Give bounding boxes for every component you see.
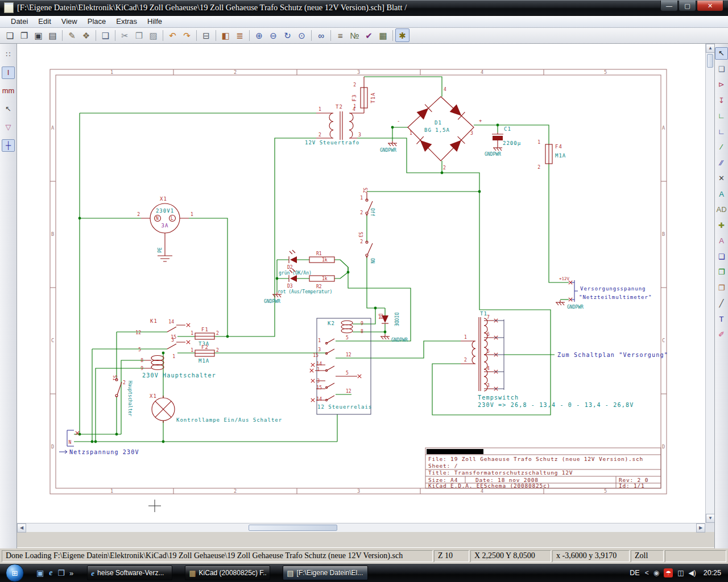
component-f4[interactable]: 1 2 F4 M1A xyxy=(537,140,566,170)
scroll-up-arrow[interactable]: ▲ xyxy=(706,44,715,53)
component-r2[interactable]: 1k R2 xyxy=(309,276,334,289)
hierarchy-navigator-icon[interactable]: ❑ xyxy=(98,28,113,42)
scroll-right-arrow[interactable]: ▶ xyxy=(696,523,705,533)
add-bus-to-bus-entry-icon[interactable]: ∕∕ xyxy=(715,156,728,169)
cursor-icon[interactable]: ↖ xyxy=(715,47,728,60)
scroll-down-arrow[interactable]: ▼ xyxy=(706,514,715,523)
component-x1-connector[interactable]: N L 230V1 3A X1 2 1 PE xyxy=(137,196,193,261)
copy-icon[interactable]: ❒ xyxy=(132,28,146,42)
component-d4[interactable]: D4 DIODE GNDPWR xyxy=(378,313,408,343)
run-pcbnew-icon[interactable]: ≣ xyxy=(233,28,247,42)
schematic-drawing[interactable]: 1 2 3 4 5 1 2 3 4 5 A B C D A B C xyxy=(17,44,705,523)
taskbar-window-eeschema[interactable]: ▤[F:\Eigene Datein\El... xyxy=(283,566,368,580)
tray-app-icon[interactable]: ◉ xyxy=(653,569,659,576)
vertical-scroll-thumb[interactable] xyxy=(707,54,713,68)
volume-icon[interactable]: ◀) xyxy=(688,569,696,576)
add-text-icon[interactable]: T xyxy=(715,313,728,325)
component-lamp[interactable]: X1 Kontrollampe Ein/Aus Schalter xyxy=(150,393,282,423)
new-schematic-icon[interactable]: ❏ xyxy=(3,28,17,42)
component-d1-bridge[interactable]: 4 1 3 2 - + D1 BG 1,5A xyxy=(397,87,482,171)
start-button[interactable]: ⊞ xyxy=(6,564,24,582)
vertical-scrollbar[interactable]: ▲ ▼ xyxy=(705,44,714,523)
open-schematic-icon[interactable]: ❐ xyxy=(17,28,31,42)
component-f3[interactable]: 2 1 F3 T1A xyxy=(351,77,376,113)
power-gndpwr-bridge[interactable]: GNDPWR xyxy=(380,141,397,153)
menu-place[interactable]: Place xyxy=(82,16,111,26)
avira-antivir-icon[interactable]: ☂ xyxy=(664,568,673,577)
add-junction-icon[interactable]: ✚ xyxy=(715,219,728,231)
component-t1[interactable]: T1 1 2 7 6 5 4 3 Tempswitch 230V => 26,8… xyxy=(461,311,634,408)
bill-of-materials-icon[interactable]: ▦ xyxy=(376,28,390,42)
language-indicator[interactable]: DE xyxy=(630,569,639,577)
save-project-icon[interactable]: ▣ xyxy=(31,28,46,42)
maximize-button[interactable]: ▢ xyxy=(679,1,696,11)
window-switcher-icon[interactable]: ❐ xyxy=(57,569,65,577)
component-f2[interactable]: F2 M1A 1 2 xyxy=(191,344,219,364)
title-bar[interactable]: [F:\Eigene Datein\Elektronik\KiCad\19 Zo… xyxy=(0,0,728,16)
add-bus-icon[interactable]: ∟ xyxy=(715,125,728,138)
schematic-canvas[interactable]: 1 2 3 4 5 1 2 3 4 5 A B C D A B C xyxy=(17,44,705,523)
units-mm-icon[interactable]: mm xyxy=(2,85,15,97)
launch-internet-explorer-icon[interactable]: e xyxy=(49,569,52,577)
page-settings-icon[interactable]: ▤ xyxy=(46,28,60,42)
undo-icon[interactable]: ↶ xyxy=(166,28,180,42)
horizontal-scrollbar[interactable]: ◀ ▶ xyxy=(17,523,705,532)
add-component-icon[interactable]: ⊳ xyxy=(715,78,728,91)
add-wire-icon[interactable]: ∟ xyxy=(715,110,728,122)
add-graphic-line-icon[interactable]: ╱ xyxy=(715,297,728,310)
horizontal-scroll-thumb[interactable] xyxy=(249,525,337,531)
run-cvpcb-icon[interactable]: ◧ xyxy=(218,28,233,42)
add-global-label-icon[interactable]: AD xyxy=(715,203,728,216)
component-k1[interactable]: K1 12 14 15 5 3 1 8 9 xyxy=(135,318,190,371)
grid-visibility-icon[interactable]: ∷ xyxy=(2,48,15,61)
component-c1[interactable]: C1 2200µ GNDPWR xyxy=(485,126,521,157)
units-inch-icon[interactable]: I xyxy=(2,66,15,79)
show-hidden-pins-icon[interactable]: ▽ xyxy=(2,121,15,134)
cursor-shape-icon[interactable]: ↖ xyxy=(2,103,15,115)
print-icon[interactable]: ⊟ xyxy=(199,28,213,42)
taskbar-window-kicad-manager[interactable]: ▦KiCad (20080825c) F... xyxy=(185,566,270,580)
hierarchy-select-icon[interactable]: ❑ xyxy=(715,63,728,75)
annotate-icon[interactable]: № xyxy=(348,28,362,42)
zoom-redraw-icon[interactable]: ↻ xyxy=(280,28,295,42)
import-sheet-pin-icon[interactable]: ❐ xyxy=(715,266,728,278)
add-wire-to-bus-entry-icon[interactable]: ∕ xyxy=(715,141,728,153)
scroll-left-arrow[interactable]: ◀ xyxy=(17,523,26,533)
menu-view[interactable]: View xyxy=(56,16,82,26)
tray-expand-chevron[interactable]: < xyxy=(645,569,649,576)
component-d2[interactable]: D2 grün (OK/An) xyxy=(279,250,312,276)
quick-launch-overflow-chevron[interactable]: » xyxy=(69,569,73,577)
backannotate-icon[interactable]: ✱ xyxy=(395,28,410,42)
add-sheet-pin-icon[interactable]: ❐ xyxy=(715,281,728,294)
menu-hilfe[interactable]: Hilfe xyxy=(142,16,167,26)
delete-item-icon[interactable]: ✐ xyxy=(715,329,728,341)
close-button[interactable]: ✕ xyxy=(697,1,723,11)
component-t2[interactable]: 1 2 4 3 T2 12V Steuertrafo xyxy=(305,104,364,146)
taskbar-window-heise[interactable]: eheise Software-Verz... xyxy=(87,566,172,580)
no-connect-flag-icon[interactable]: ✕ xyxy=(715,172,728,185)
library-browser-icon[interactable]: ❖ xyxy=(79,28,93,42)
menu-datei[interactable]: Datei xyxy=(6,16,33,26)
find-icon[interactable]: ∞ xyxy=(314,28,328,42)
component-s3[interactable]: S3 2 ON xyxy=(358,232,375,264)
add-hierarchical-label-icon[interactable]: A xyxy=(715,235,728,247)
zoom-fit-icon[interactable]: ⊙ xyxy=(295,28,309,42)
library-editor-icon[interactable]: ✎ xyxy=(65,28,79,42)
label-versorgungsspannung[interactable]: +12V Versorgungsspanung "Netzteilmultime… xyxy=(556,276,652,310)
cut-icon[interactable]: ✂ xyxy=(118,28,132,42)
menu-extras[interactable]: Extras xyxy=(111,16,142,26)
component-k2[interactable]: K2 9 8 1 5 3 15 12 14 1 5 3 15 14 12 12 … xyxy=(310,318,372,414)
network-status-icon[interactable]: ◫ xyxy=(677,569,684,576)
add-sheet-icon[interactable]: ❏ xyxy=(715,250,728,263)
add-net-label-icon[interactable]: A xyxy=(715,188,728,200)
paste-icon[interactable]: ▨ xyxy=(146,28,160,42)
add-power-port-icon[interactable]: ↧ xyxy=(715,94,728,106)
show-desktop-icon[interactable]: ▣ xyxy=(36,569,44,577)
erc-check-icon[interactable]: ✔ xyxy=(362,28,376,42)
zoom-out-icon[interactable]: ⊖ xyxy=(266,28,280,42)
full-crosshair-cursor-icon[interactable]: ┼ xyxy=(2,139,15,152)
netlist-icon[interactable]: ≡ xyxy=(333,28,348,42)
component-r1[interactable]: R1 1k xyxy=(309,251,334,263)
zoom-in-icon[interactable]: ⊕ xyxy=(252,28,266,42)
redo-icon[interactable]: ↷ xyxy=(180,28,194,42)
